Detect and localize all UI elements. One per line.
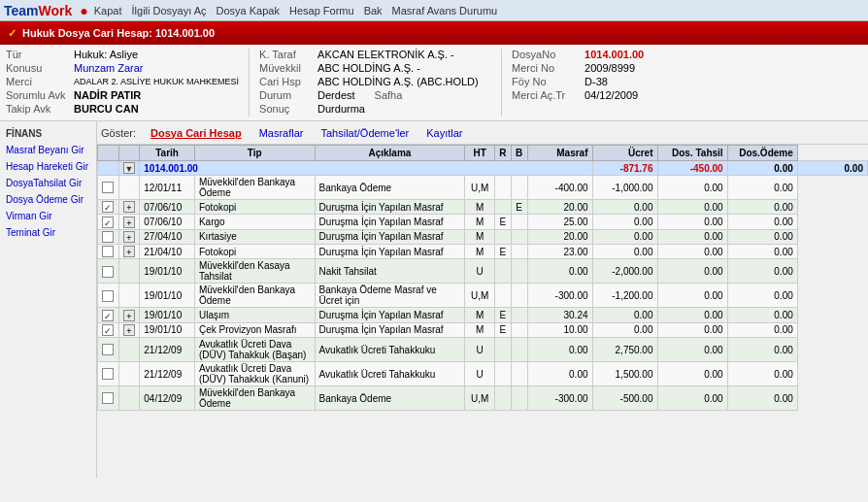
row-aciklama: Bankaya Ödeme [315,386,465,411]
col-header-ucret: Ücret [592,146,657,161]
sidebar-item-dosya-odeme[interactable]: Dosya Ödeme Gir [0,191,96,208]
checkbox-icon[interactable] [102,368,114,380]
muvekkil-label: Müvekkil [259,62,317,74]
row-check[interactable]: ✓ [98,200,119,215]
row-check[interactable] [98,284,119,308]
checkbox-icon[interactable] [102,392,114,404]
menu-ilgili-dosyayi-ac[interactable]: İlgili Dosyayı Aç [132,5,207,17]
durum-label: Durum [259,89,317,101]
row-check[interactable] [98,386,119,411]
row-expand[interactable]: + [118,308,140,322]
menu-hesap-formu[interactable]: Hesap Formu [289,5,354,17]
gostar-label: Göster: [101,127,136,139]
row-masraf: 10.00 [527,322,592,337]
row-expand[interactable] [118,176,140,200]
info-dosya-no-row: DosyaNo 1014.001.00 [512,49,676,60]
row-ht: U [465,362,495,386]
row-check[interactable] [98,362,119,386]
tur-value: Hukuk: Asliye [74,49,138,60]
row-dos-tahsil: 0.00 [657,259,727,284]
row-check[interactable]: ✓ [98,215,119,229]
row-ht: U,M [465,176,495,200]
row-ht: M [465,200,495,215]
row-expand[interactable]: + [118,215,140,229]
menu-kapat[interactable]: Kapat [94,5,122,17]
row-ucret: 0.00 [592,245,657,259]
row-check[interactable] [98,229,119,244]
cari-hesap-table: Tarih Tip Açıklama HT R B Masraf Ücret D… [97,145,868,411]
row-expand[interactable] [118,259,140,284]
row-b [511,386,527,411]
checkbox-icon[interactable]: ✓ [102,324,114,336]
row-check[interactable] [98,259,119,284]
checkbox-icon[interactable] [102,182,114,193]
row-date: 19/01/10 [140,284,195,308]
row-check[interactable]: ✓ [98,308,119,322]
sidebar-item-masraf-beyani[interactable]: Masraf Beyanı Gir [0,142,96,158]
tab-masraflar[interactable]: Masraflar [250,124,313,142]
row-tip: Müvekkil'den Kasaya Tahsilat [194,259,315,284]
row-date: 21/12/09 [140,362,195,386]
checkbox-icon[interactable]: ✓ [102,201,114,213]
row-check[interactable] [98,245,119,259]
menu-dosya-kapak[interactable]: Dosya Kapak [217,5,280,17]
row-date: 04/12/09 [140,386,195,411]
checkbox-icon[interactable]: ✓ [102,217,114,228]
sidebar-item-hesap-hareketi[interactable]: Hesap Hareketi Gir [0,158,96,175]
expand-icon[interactable]: ▼ [123,162,135,174]
expand-icon[interactable]: + [123,324,135,336]
row-dos-odeme: 0.00 [727,322,797,337]
row-expand[interactable]: + [118,245,140,259]
checkbox-icon[interactable] [102,344,114,355]
expand-icon[interactable]: + [123,231,135,243]
row-expand[interactable] [118,386,140,411]
sidebar-item-virman[interactable]: Virman Gir [0,208,96,224]
menu-masraf-avans[interactable]: Masraf Avans Durumu [392,5,498,17]
info-muvekkil-row: Müvekkil ABC HOLDİNG A.Ş. - [259,62,491,74]
row-r [495,259,512,284]
row-expand[interactable]: + [118,322,140,337]
table-row: + 27/04/10 Kırtasiye Duruşma İçin Yapıla… [98,229,868,244]
expand-icon[interactable]: + [123,201,135,213]
row-ht: U [465,338,495,362]
checkbox-icon[interactable] [102,290,114,302]
tab-tahsilat-odemeler[interactable]: Tahsilat/Ödeme'ler [312,124,417,142]
col-header-check [98,146,119,161]
info-sorumlu-row: Sorumlu Avk NADİR PATIR [6,89,239,101]
info-merci-no-row: Merci No 2009/8999 [512,62,676,74]
tab-kayitlar[interactable]: Kayıtlar [417,124,471,142]
row-aciklama: Avukatlık Ücreti Tahakkuku [315,362,465,386]
menu-bak[interactable]: Bak [364,5,383,17]
checkbox-icon[interactable]: ✓ [102,310,114,321]
row-check[interactable] [98,338,119,362]
row-b [511,362,527,386]
total-expand[interactable]: ▼ [118,161,140,176]
checkbox-icon[interactable] [102,266,114,278]
total-masraf: -871.76 [592,161,657,176]
checkbox-icon[interactable] [102,231,114,243]
row-check[interactable] [98,176,119,200]
sidebar-item-dosya-tahsilat[interactable]: DosyaTahsilat Gir [0,175,96,191]
row-expand[interactable] [118,362,140,386]
row-r: E [495,322,512,337]
row-ht: M [465,322,495,337]
row-date: 12/01/11 [140,176,195,200]
row-expand[interactable] [118,338,140,362]
row-b [511,284,527,308]
row-expand[interactable]: + [118,229,140,244]
expand-icon[interactable]: + [123,217,135,228]
table-row: 19/01/10 Müvekkil'den Bankaya Ödeme Bank… [98,284,868,308]
row-aciklama: Bankaya Ödeme [315,176,465,200]
expand-icon[interactable]: + [123,246,135,257]
row-expand[interactable] [118,284,140,308]
row-tip: Müvekkil'den Bankaya Ödeme [194,176,315,200]
row-expand[interactable]: + [118,200,140,215]
row-check[interactable]: ✓ [98,322,119,337]
tab-dosya-cari-hesap[interactable]: Dosya Cari Hesap [142,124,250,142]
checkbox-icon[interactable] [102,246,114,257]
total-dos-odeme: 0.00 [797,161,867,176]
row-r [495,338,512,362]
sidebar-item-teminat[interactable]: Teminat Gir [0,224,96,241]
expand-icon[interactable]: + [123,310,135,321]
row-ucret: -1,000.00 [592,176,657,200]
